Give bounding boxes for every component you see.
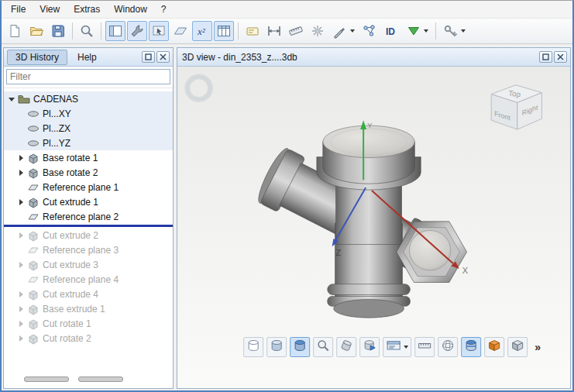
variables-button[interactable]: x² [192,21,212,41]
tree-item[interactable]: Reference plane 2 [4,209,173,224]
tree-item[interactable]: Cut extrude 4 [4,287,173,301]
dropdown-caret-icon [461,29,466,33]
svg-text:x²: x² [197,26,206,37]
animate-view-button[interactable] [359,337,380,357]
tab-help[interactable]: Help [69,50,105,65]
zoom-fit-button[interactable] [313,337,333,357]
tree-item[interactable]: Cut extrude 1 [4,194,173,209]
magnifier-icon [79,23,95,39]
expander-closed-icon[interactable] [16,167,27,178]
dimension-button[interactable] [286,21,306,41]
id-button[interactable]: ID [381,21,401,41]
expander-closed-icon[interactable] [16,197,27,208]
section-view-button[interactable] [461,337,481,357]
tree-item[interactable]: CADENAS [4,91,173,106]
expander-spacer [16,211,27,222]
save-button[interactable] [48,21,68,41]
cube-top-label: Top [508,89,521,99]
effects-button[interactable] [308,21,328,41]
tree-item[interactable]: Pl...ZX [4,121,173,136]
menu-window[interactable]: Window [108,2,153,16]
key-icon [443,23,459,39]
settings-button[interactable] [440,21,469,41]
ref-plane-icon [27,181,41,194]
expander-closed-icon[interactable] [16,260,27,270]
perspective-box-button[interactable] [484,337,504,357]
menu-file[interactable]: File [5,2,32,16]
close-button[interactable] [156,51,170,63]
expander-open-icon[interactable] [7,94,18,105]
feature-icon [27,229,41,242]
tab-3d-history[interactable]: 3D History [7,50,67,65]
measure-ruler-button[interactable] [414,337,435,357]
table-view-button[interactable] [214,21,234,41]
panels-icon [108,23,123,39]
maximize-button[interactable] [142,51,155,63]
wireframe-view-button[interactable] [243,337,263,357]
tree-item[interactable]: Base extrude 1 [4,301,173,316]
tools-button[interactable] [127,21,147,41]
menu-help[interactable]: ? [155,2,173,16]
expander-closed-icon[interactable] [16,153,27,163]
tree-item[interactable]: Cut extrude 2 [4,228,173,242]
menu-bar: File View Extras Window ? [2,1,572,18]
filter-input[interactable] [6,69,170,84]
tree-item[interactable]: Pl...YZ [4,136,173,150]
gray-cube-icon [510,339,524,356]
zoom-button[interactable] [77,21,97,41]
render-mode-button[interactable] [383,337,411,357]
open-button[interactable] [26,21,46,41]
show-panels-button[interactable] [105,21,125,41]
new-button[interactable] [5,21,25,41]
toolbar-separator [101,22,101,40]
tree-item[interactable]: Reference plane 1 [4,180,173,194]
menu-view[interactable]: View [33,2,66,16]
reference-plane-button[interactable] [170,21,191,41]
tree-item[interactable]: Reference plane 4 [4,272,173,287]
tree-item[interactable]: Base rotate 1 [4,150,173,165]
table-icon [216,23,232,39]
rollback-bar[interactable] [4,225,173,227]
expander-closed-icon[interactable] [16,318,27,329]
mesh-view-button[interactable] [438,337,458,357]
expander-spacer [16,245,27,256]
annotation-button[interactable] [242,21,263,41]
filter-row [4,67,173,88]
link-button[interactable] [359,21,380,41]
expander-closed-icon[interactable] [16,289,27,300]
expander-closed-icon[interactable] [16,333,27,344]
tree-item[interactable]: Cut rotate 2 [4,331,173,346]
panel-grip[interactable] [24,377,69,382]
expander-closed-icon[interactable] [16,304,27,315]
tree-item[interactable]: Pl...XY [4,106,173,121]
rotate-view-button[interactable] [336,337,356,357]
toolbar-separator [238,22,239,40]
app-window: File View Extras Window ? x² ID [0,0,574,392]
viewport-3d[interactable]: Top Front Right [177,67,570,388]
shaded-view-button[interactable] [266,337,287,357]
probe-button[interactable] [329,21,358,41]
view-cube[interactable]: Top Front Right [491,85,541,129]
expander-closed-icon[interactable] [16,230,27,241]
orthographic-box-button[interactable] [507,337,528,357]
tree-item[interactable]: Base rotate 2 [4,165,173,180]
color-mode-button[interactable] [403,21,431,41]
feature-icon [27,288,41,301]
open-folder-icon [29,23,44,39]
tree-item[interactable]: Cut extrude 3 [4,257,173,272]
maximize-button[interactable] [539,51,552,63]
expander-spacer [16,108,27,119]
menu-extras[interactable]: Extras [67,2,106,16]
y-axis-arrow [360,120,366,129]
tree-item[interactable]: Cut rotate 1 [4,316,173,331]
tree-item[interactable]: Reference plane 3 [4,242,173,257]
panel-grip[interactable] [78,377,123,382]
measure-button[interactable] [264,21,284,41]
close-button[interactable] [554,51,567,63]
selection-button[interactable] [149,21,169,41]
maximize-icon [542,52,549,63]
shaded-edges-view-button[interactable] [290,337,310,357]
svg-text:ID: ID [386,26,395,37]
id-icon: ID [383,23,399,39]
toolbar-overflow-button[interactable]: » [531,340,544,354]
